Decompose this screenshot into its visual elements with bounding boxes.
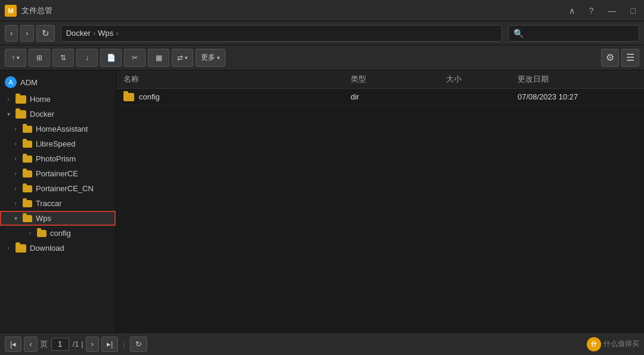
search-input[interactable] [527,29,634,38]
folder-icon-homeassistant [23,126,32,133]
avatar: A [5,76,17,88]
upload-dropdown-arrow: ▾ [17,55,20,61]
settings-icon: ⚙ [606,52,614,63]
folder-icon-portainerce-cn [23,185,32,192]
window-controls: ∧ ? — □ [565,5,639,17]
user-item: A ADM [0,73,116,92]
upload-button[interactable]: ↑ ▾ [5,49,26,67]
sidebar-label-portainerce: PortainerCE [36,169,78,178]
status-refresh-button[interactable]: ↻ [130,337,147,352]
new-folder-icon: ⊞ [36,54,42,62]
main-layout: A ADM › Home ▾ Docker › HomeAssistant › … [0,70,644,332]
compress-icon: ▦ [156,54,162,62]
minimize-button[interactable]: ∧ [565,5,578,17]
close-button[interactable]: □ [627,5,639,17]
sort-button[interactable]: ⇅ [52,49,74,67]
expand-wps: ▾ [12,215,19,222]
expand-homeassistant: › [12,126,19,132]
sidebar-item-wps[interactable]: ▾ Wps [0,211,116,226]
breadcrumb[interactable]: Docker › Wps › [61,25,502,42]
page-label: 页 [40,339,48,350]
download-button[interactable]: ↓ [76,49,98,67]
sidebar: A ADM › Home ▾ Docker › HomeAssistant › … [0,70,116,332]
title-bar: M 文件总管 ∧ ? — □ [0,0,644,21]
last-page-button[interactable]: ▸| [101,337,118,352]
page-number-input[interactable] [51,338,69,351]
col-type: 类型 [351,74,446,85]
breadcrumb-sep-1: › [93,29,95,38]
expand-download: › [5,245,12,251]
row-name: config [139,92,160,101]
sidebar-item-docker[interactable]: ▾ Docker [0,107,116,122]
sidebar-item-photoprism[interactable]: › PhotoPrism [0,151,116,166]
new-folder-button[interactable]: ⊞ [29,49,50,67]
sidebar-label-config-sub: config [50,229,71,238]
settings-button[interactable]: ⚙ [601,49,619,67]
breadcrumb-wps[interactable]: Wps [98,29,113,38]
col-date: 更改日期 [518,74,637,85]
more-label: 更多 [201,52,215,63]
divider: | [123,340,125,348]
sidebar-label-photoprism: PhotoPrism [36,154,76,163]
prev-page-button[interactable]: ‹ [24,337,37,352]
user-label: ADM [20,78,38,87]
compress-button[interactable]: ▦ [148,49,169,67]
expand-portainerce: › [12,170,19,177]
sidebar-item-homeassistant[interactable]: › HomeAssistant [0,122,116,136]
view-icon: ☰ [626,52,634,63]
expand-config-sub: › [26,230,33,236]
search-icon: 🔍 [513,29,524,38]
expand-docker: ▾ [5,111,12,117]
forward-button[interactable]: › [20,25,33,42]
sidebar-item-home[interactable]: › Home [0,92,116,107]
watermark: 什 什么值得买 [587,337,639,351]
sidebar-item-portainerce[interactable]: › PortainerCE [0,166,116,181]
sidebar-item-traccar[interactable]: › Traccar [0,196,116,211]
more-button[interactable]: 更多 ▾ [196,49,225,67]
folder-icon-wps [23,215,32,222]
breadcrumb-docker[interactable]: Docker [66,29,91,38]
sort-icon: ⇅ [60,54,66,62]
maximize-button[interactable]: — [605,5,620,17]
new-file-button[interactable]: 📄 [100,49,122,67]
toolbar: ↑ ▾ ⊞ ⇅ ↓ 📄 ✂ ▦ ⇄ ▾ 更多 ▾ ⚙ ☰ [0,45,644,70]
refresh-button[interactable]: ↻ [36,25,55,42]
back-button[interactable]: ‹ [5,25,18,42]
search-bar[interactable]: 🔍 [508,25,639,42]
first-page-button[interactable]: |◂ [5,337,21,352]
sidebar-item-config-sub[interactable]: › config [0,226,116,241]
cut-button[interactable]: ✂ [124,49,145,67]
sidebar-label-download: Download [30,244,64,253]
sidebar-item-portainerce-cn[interactable]: › PortainerCE_CN [0,181,116,196]
folder-icon-photoprism [23,155,32,163]
copy-move-button[interactable]: ⇄ ▾ [172,49,193,67]
sidebar-label-home: Home [30,95,51,104]
folder-icon-traccar [23,200,32,207]
expand-librespeed: › [12,141,19,147]
copy-move-arrow: ▾ [185,55,188,61]
col-size: 大小 [446,74,518,85]
help-button[interactable]: ? [586,5,597,17]
app-icon: M [5,5,17,17]
col-name: 名称 [123,74,351,85]
app-title: 文件总管 [21,5,565,16]
table-row[interactable]: config dir 07/08/2023 10:27 [116,89,644,105]
view-toggle-button[interactable]: ☰ [621,49,639,67]
sidebar-label-docker: Docker [30,110,54,119]
expand-photoprism: › [12,155,19,162]
expand-portainerce-cn: › [12,185,19,192]
folder-icon-config-sub [37,230,47,237]
total-pages: /1 | [73,340,83,348]
watermark-label: 什么值得买 [603,339,639,349]
expand-home: › [5,96,12,102]
sidebar-item-download[interactable]: › Download [0,241,116,256]
sidebar-label-librespeed: LibreSpeed [36,139,76,148]
content-area: 名称 类型 大小 更改日期 config dir 07/08/2023 10:2… [116,70,644,332]
copy-move-icon: ⇄ [177,54,183,62]
next-page-button[interactable]: › [86,337,99,352]
download-icon: ↓ [85,54,89,62]
sidebar-label-wps: Wps [36,214,51,223]
sidebar-label-portainerce-cn: PortainerCE_CN [36,184,94,193]
sidebar-item-librespeed[interactable]: › LibreSpeed [0,136,116,151]
folder-icon-docker [16,110,26,119]
